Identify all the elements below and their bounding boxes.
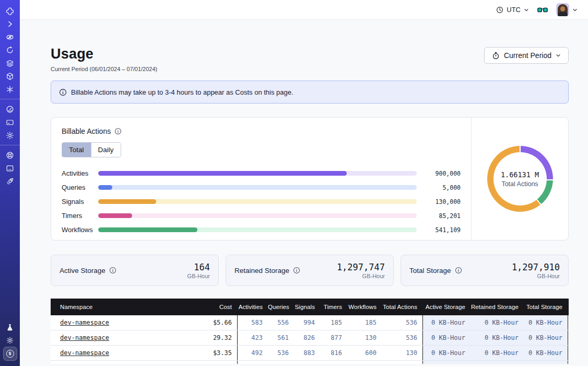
bar-value: 5,000 <box>423 184 461 191</box>
column-header: Total Actions <box>382 299 422 315</box>
retained-storage-label: Retained Storage <box>234 267 289 274</box>
column-header: Activities <box>238 299 268 315</box>
page-title: Usage <box>51 46 157 62</box>
banner-text: Billable Actions may take up to 3-4 hour… <box>71 88 293 96</box>
stopwatch-icon <box>492 52 500 60</box>
table-cell: 826 <box>294 330 320 345</box>
glasses-icon[interactable] <box>537 6 548 14</box>
table-cell: 816 <box>320 346 347 360</box>
total-storage-value: 1,297,910 <box>512 262 560 272</box>
nexus-asterisk-icon[interactable] <box>0 83 20 96</box>
table-cell: 883 <box>294 346 320 360</box>
usage-bar-row: Signals130,000 <box>62 195 461 209</box>
table-cell: 185 <box>320 315 347 330</box>
support-lifebuoy-icon[interactable] <box>0 148 20 162</box>
tab-total[interactable]: Total <box>62 143 91 157</box>
bar-fill <box>98 199 156 204</box>
column-header: Cost <box>185 299 238 315</box>
settings-gear-icon[interactable] <box>0 129 20 142</box>
usage-bar-row: Workflows541,109 <box>62 223 461 237</box>
table-cell: 600 <box>347 346 382 360</box>
main-content: Usage Current Period (06/01/2024 – 07/01… <box>20 0 588 364</box>
table-cell: 29.32 <box>185 330 238 345</box>
retained-storage-unit: GB-Hour <box>337 273 385 279</box>
table-cell: $3.35 <box>185 346 238 360</box>
namespace-link[interactable]: dev-namespace <box>60 349 109 357</box>
table-cell: 0 KB-Hour <box>524 315 568 330</box>
bar-fill <box>98 171 347 176</box>
bar-value: 900,000 <box>423 170 461 177</box>
user-avatar <box>556 3 569 16</box>
deployments-cube-icon[interactable] <box>0 70 20 83</box>
table-cell: dev-namespace <box>51 330 185 345</box>
tab-daily[interactable]: Daily <box>91 143 121 157</box>
table-cell: 0 KB-Hour <box>422 346 471 360</box>
pricing-coin-icon[interactable]: $ <box>3 347 17 361</box>
labs-flask-icon[interactable] <box>0 321 20 334</box>
sidebar: $ <box>0 0 20 366</box>
table-cell: 536 <box>382 330 422 345</box>
namespace-link[interactable]: dev-namespace <box>60 334 109 341</box>
timezone-selector[interactable]: UTC <box>496 6 529 14</box>
namespaces-eye-icon[interactable] <box>0 30 20 43</box>
period-dropdown-button[interactable]: Current Period <box>484 47 569 64</box>
table-cell <box>268 361 294 364</box>
total-actions-label: Total Actions <box>501 180 538 188</box>
table-cell <box>320 361 347 364</box>
console-screen-icon[interactable] <box>0 162 20 175</box>
current-period-subtitle: Current Period (06/01/2024 – 07/01/2024) <box>51 66 157 72</box>
column-header: Workflows <box>347 299 382 315</box>
bar-label: Workflows <box>62 226 98 234</box>
table-cell: $5.66 <box>185 315 238 330</box>
table-cell <box>347 361 382 364</box>
table-cell: 423 <box>238 330 268 345</box>
retained-storage-value: 1,297,747 <box>337 262 385 272</box>
history-rotate-icon[interactable] <box>0 43 20 56</box>
bar-value: 130,000 <box>423 198 461 205</box>
table-row: dev-namespace29.324235618268771305360 KB… <box>51 330 569 346</box>
table-cell <box>382 361 422 364</box>
table-cell <box>51 361 185 364</box>
table-cell: 561 <box>268 330 294 345</box>
retained-storage-card: Retained Storage 1,297,747 GB-Hour <box>226 255 394 286</box>
bar-track <box>98 227 417 232</box>
bar-fill <box>98 185 112 190</box>
temporal-logo-icon[interactable] <box>0 4 20 17</box>
namespace-link[interactable]: dev-namespace <box>60 319 109 326</box>
active-storage-label: Active Storage <box>60 267 105 274</box>
table-cell: dev-namespace <box>51 346 185 360</box>
usage-bar-row: Timers85,201 <box>62 209 461 223</box>
expand-chevron-icon[interactable] <box>0 17 20 30</box>
column-header: Retained Storage <box>471 299 524 315</box>
table-cell: 0 KB-Hour <box>422 315 471 330</box>
chevron-down-icon <box>556 53 561 58</box>
billable-actions-title: Billable Actions <box>62 127 111 135</box>
table-cell: 0 KB-Hour <box>471 315 524 330</box>
table-cell: 492 <box>238 346 268 360</box>
timezone-label: UTC <box>507 6 521 14</box>
layers-icon[interactable] <box>0 56 20 70</box>
info-icon[interactable] <box>455 267 462 274</box>
usage-gauge-icon[interactable] <box>0 102 20 116</box>
theme-sun-icon[interactable] <box>0 334 20 347</box>
billable-bars: Activities900,000Queries5,000Signals130,… <box>62 166 461 237</box>
info-icon[interactable] <box>293 267 300 274</box>
table-cell: 185 <box>347 315 382 330</box>
table-cell: 556 <box>268 315 294 330</box>
active-storage-unit: GB-Hour <box>187 273 210 279</box>
billing-card-icon[interactable] <box>0 116 20 129</box>
table-cell: dev-namespace <box>51 315 185 330</box>
sidebar-divider <box>0 99 20 99</box>
info-icon[interactable] <box>114 128 122 135</box>
info-icon[interactable] <box>109 267 116 274</box>
bar-track <box>98 199 417 204</box>
storage-cards-row: Active Storage 164 GB-Hour Retained Stor… <box>51 255 569 286</box>
table-cell: 994 <box>294 315 320 330</box>
column-header: Signals <box>294 299 320 315</box>
user-menu[interactable] <box>556 3 578 16</box>
chevron-down-icon <box>572 7 578 13</box>
getting-started-rocket-icon[interactable] <box>0 175 20 188</box>
active-storage-card: Active Storage 164 GB-Hour <box>51 255 219 286</box>
bar-label: Activities <box>62 169 98 177</box>
column-header: Active Storage <box>422 299 471 315</box>
